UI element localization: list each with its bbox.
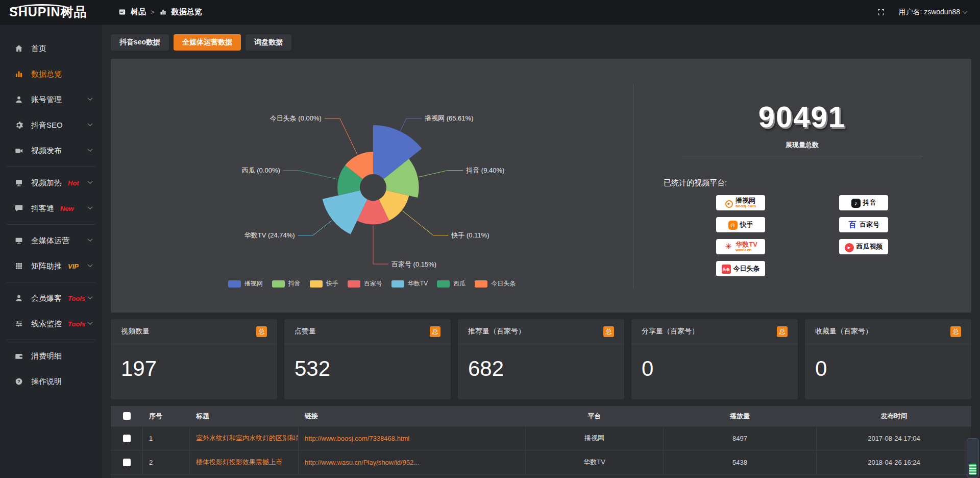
sidebar-item-4[interactable]: 视频发布 — [0, 138, 102, 163]
chevron-down-icon — [88, 204, 93, 209]
pie-slice-4[interactable] — [323, 190, 368, 234]
table-cell-link[interactable]: http://www.wasu.cn/Play/show/id/952... — [299, 450, 526, 474]
sidebar-item-1[interactable]: 数据总览 — [0, 61, 102, 87]
sidebar-item-label: 矩阵助推 — [31, 261, 62, 271]
sidebar-item-9[interactable]: 会员爆客Tools — [0, 285, 102, 311]
chat-icon — [14, 204, 23, 213]
sidebar-item-7[interactable]: 全媒体运营 — [0, 228, 102, 253]
legend-label: 西瓜 — [453, 279, 465, 288]
pie-label-line-4 — [298, 221, 332, 235]
legend-swatch — [348, 280, 360, 288]
chevron-down-icon — [88, 121, 93, 126]
table-cell-title[interactable]: 室外水纹灯和室内水纹灯的区别和简介 — [190, 426, 299, 450]
floating-widget[interactable] — [967, 438, 979, 478]
platform-sub: wasu.cn — [736, 248, 757, 252]
chevron-down-icon — [88, 294, 93, 299]
sidebar-item-label: 消费明细 — [31, 351, 62, 361]
sidebar-item-0[interactable]: 首页 — [0, 36, 102, 61]
legend-item-2[interactable]: 快手 — [310, 279, 338, 288]
legend-item-5[interactable]: 西瓜 — [437, 279, 465, 288]
sidebar-divider — [7, 340, 95, 340]
platform-name: 播视网 — [736, 197, 756, 204]
stat-card-2: 推荐量（百家号）总682 — [458, 319, 624, 399]
platform-badge-kuaishou[interactable]: ◎快手 — [716, 217, 765, 232]
toutiao-icon: 头条 — [722, 264, 731, 274]
legend-item-0[interactable]: 播视网 — [228, 279, 263, 288]
pie-label-6: 今日头条 (0.00%) — [270, 114, 322, 122]
pie-label-line-2 — [403, 211, 448, 235]
total-badge[interactable]: 总 — [430, 326, 440, 337]
legend-label: 百家号 — [364, 279, 382, 288]
breadcrumb-current[interactable]: 数据总览 — [172, 7, 202, 17]
platform-badge-wasu[interactable]: ✳华数TVwasu.cn — [716, 239, 765, 254]
legend-label: 播视网 — [244, 279, 263, 288]
legend-item-1[interactable]: 抖音 — [272, 279, 301, 288]
table-cell-link[interactable]: http://www.boosj.com/7338468.html — [299, 426, 526, 450]
chevron-down-icon — [88, 179, 93, 184]
floating-widget-icon — [969, 464, 976, 475]
table-cell-platform: 播视网 — [526, 426, 664, 450]
breadcrumb-root[interactable]: 树品 — [131, 7, 146, 17]
video-icon — [14, 146, 23, 155]
legend-item-3[interactable]: 百家号 — [348, 279, 382, 288]
sidebar-item-11[interactable]: 消费明细 — [0, 343, 102, 369]
fullscreen-icon[interactable] — [877, 8, 885, 16]
platform-badge-douyin[interactable]: ♪抖音 — [839, 195, 888, 210]
logo: SHUPIN树品 — [0, 4, 102, 20]
platform-name: 今日头条 — [733, 265, 760, 272]
tab-2[interactable]: 询盘数据 — [246, 34, 291, 51]
sidebar-item-3[interactable]: 抖音SEO — [0, 112, 102, 138]
total-badge[interactable]: 总 — [950, 326, 961, 337]
platform-badge-xigua[interactable]: ▶西瓜视频 — [839, 239, 888, 254]
platform-badge-boosj[interactable]: ▶播视网boosj.com — [716, 195, 765, 210]
chevron-down-icon — [88, 320, 93, 325]
row-checkbox[interactable] — [123, 459, 131, 466]
pie-label-5: 西瓜 (0.00%) — [242, 166, 280, 174]
sidebar-item-2[interactable]: 账号管理 — [0, 87, 102, 112]
total-badge[interactable]: 总 — [777, 326, 788, 337]
sidebar-divider — [7, 224, 95, 225]
sidebar-item-12[interactable]: ?操作说明 — [0, 369, 102, 394]
platform-name: 百家号 — [860, 221, 879, 228]
total-impressions-label: 展现量总数 — [633, 140, 971, 150]
stat-card-value: 197 — [111, 344, 277, 381]
sidebar-item-6[interactable]: 抖客通New — [0, 196, 102, 221]
videos-table: 序号标题链接平台播放量发布时间1室外水纹灯和室内水纹灯的区别和简介http://… — [111, 406, 971, 478]
stat-card-4: 收藏量（百家号）总0 — [805, 319, 971, 399]
sidebar-item-label: 数据总览 — [31, 69, 62, 79]
sliders-icon — [14, 319, 23, 328]
legend-item-6[interactable]: 今日头条 — [475, 279, 516, 288]
platform-badge-toutiao[interactable]: 头条今日头条 — [716, 261, 765, 276]
total-badge[interactable]: 总 — [603, 326, 614, 337]
sidebar: 首页数据总览账号管理抖音SEO视频发布视频加热Hot抖客通New全媒体运营矩阵助… — [0, 25, 102, 478]
table-header-cell-4: 平台 — [526, 406, 664, 426]
tab-0[interactable]: 抖音seo数据 — [111, 34, 169, 51]
legend-swatch — [228, 280, 241, 288]
user-menu[interactable]: 用户名: zswodun88 — [898, 8, 967, 17]
pie-label-line-1 — [419, 171, 463, 177]
platform-badge-baijiahao[interactable]: 百百家号 — [839, 217, 888, 232]
tab-1[interactable]: 全媒体运营数据 — [174, 34, 241, 51]
member-icon — [14, 294, 23, 303]
total-badge[interactable]: 总 — [256, 326, 267, 337]
wallet-icon — [14, 351, 23, 361]
sidebar-item-badge: New — [60, 205, 74, 212]
sidebar-item-badge: Tools — [68, 320, 85, 328]
table-cell-title[interactable]: 楼体投影灯投影效果震撼上市 — [190, 450, 299, 474]
legend-swatch — [437, 280, 450, 288]
select-all-checkbox[interactable] — [123, 412, 131, 420]
sidebar-item-label: 视频加热 — [31, 178, 62, 188]
sidebar-item-5[interactable]: 视频加热Hot — [0, 170, 102, 196]
bar-chart-icon — [14, 69, 23, 79]
wasu-icon: ✳ — [724, 242, 733, 252]
legend-label: 抖音 — [288, 279, 301, 288]
stat-card-header: 视频数量总 — [111, 319, 277, 344]
stat-card-title: 推荐量（百家号） — [468, 327, 525, 336]
username: 用户名: zswodun88 — [898, 8, 960, 17]
sidebar-item-badge: Tools — [68, 295, 85, 302]
row-checkbox[interactable] — [123, 435, 131, 442]
sidebar-menu: 首页数据总览账号管理抖音SEO视频发布视频加热Hot抖客通New全媒体运营矩阵助… — [0, 36, 102, 394]
legend-item-4[interactable]: 华数TV — [391, 279, 428, 288]
sidebar-item-10[interactable]: 线索监控Tools — [0, 311, 102, 337]
sidebar-item-8[interactable]: 矩阵助推VIP — [0, 253, 102, 279]
